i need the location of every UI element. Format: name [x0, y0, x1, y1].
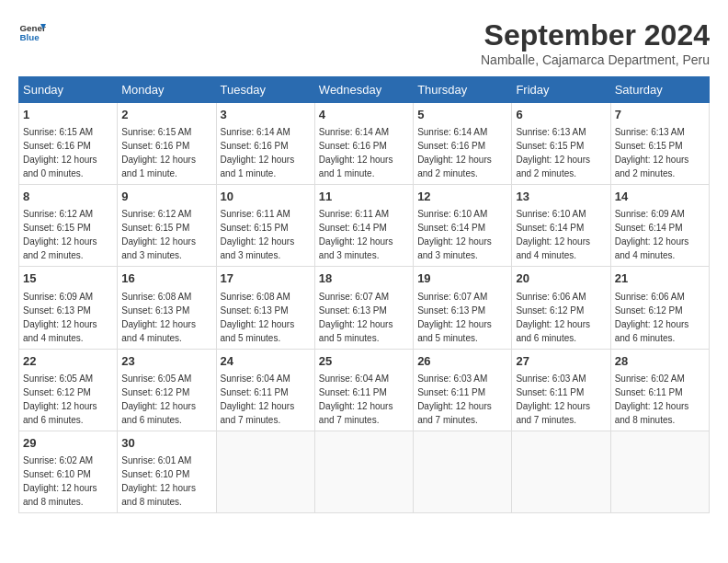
- day-number: 27: [516, 353, 606, 370]
- day-info: Sunrise: 6:15 AMSunset: 6:16 PMDaylight:…: [121, 127, 196, 178]
- day-info: Sunrise: 6:04 AMSunset: 6:11 PMDaylight:…: [221, 373, 295, 425]
- calendar-day-cell: [512, 431, 610, 512]
- day-number: 26: [417, 353, 507, 370]
- day-info: Sunrise: 6:08 AMSunset: 6:13 PMDaylight:…: [121, 292, 196, 343]
- location-subtitle: Namballe, Cajamarca Department, Peru: [481, 52, 710, 67]
- day-number: 3: [221, 107, 311, 123]
- day-number: 24: [221, 353, 311, 370]
- weekday-header-thursday: Thursday: [414, 77, 512, 103]
- day-number: 28: [615, 353, 705, 370]
- day-info: Sunrise: 6:14 AMSunset: 6:16 PMDaylight:…: [319, 127, 393, 178]
- day-info: Sunrise: 6:15 AMSunset: 6:16 PMDaylight:…: [23, 127, 97, 178]
- calendar-day-cell: 17Sunrise: 6:08 AMSunset: 6:13 PMDayligh…: [216, 267, 314, 349]
- day-number: 4: [319, 107, 409, 123]
- calendar-day-cell: 5Sunrise: 6:14 AMSunset: 6:16 PMDaylight…: [414, 103, 512, 185]
- calendar-day-cell: 8Sunrise: 6:12 AMSunset: 6:15 PMDaylight…: [19, 185, 118, 267]
- calendar-day-cell: 26Sunrise: 6:03 AMSunset: 6:11 PMDayligh…: [414, 349, 512, 431]
- day-number: 9: [121, 189, 211, 205]
- calendar-week-row: 22Sunrise: 6:05 AMSunset: 6:12 PMDayligh…: [19, 349, 710, 431]
- day-info: Sunrise: 6:06 AMSunset: 6:12 PMDaylight:…: [516, 292, 590, 343]
- weekday-header-friday: Friday: [512, 77, 610, 103]
- calendar-day-cell: 13Sunrise: 6:10 AMSunset: 6:14 PMDayligh…: [512, 185, 610, 267]
- day-number: 13: [516, 189, 606, 205]
- weekday-header-row: SundayMondayTuesdayWednesdayThursdayFrid…: [19, 77, 710, 103]
- day-number: 19: [417, 270, 507, 287]
- calendar-day-cell: 1Sunrise: 6:15 AMSunset: 6:16 PMDaylight…: [19, 103, 118, 185]
- day-number: 20: [516, 270, 606, 287]
- calendar-day-cell: 16Sunrise: 6:08 AMSunset: 6:13 PMDayligh…: [118, 267, 216, 349]
- day-number: 16: [121, 270, 211, 287]
- day-info: Sunrise: 6:10 AMSunset: 6:14 PMDaylight:…: [417, 209, 492, 260]
- day-number: 21: [615, 270, 705, 287]
- day-number: 23: [121, 353, 211, 370]
- day-number: 8: [23, 189, 113, 205]
- day-info: Sunrise: 6:10 AMSunset: 6:14 PMDaylight:…: [516, 209, 590, 260]
- day-info: Sunrise: 6:03 AMSunset: 6:11 PMDaylight:…: [417, 373, 492, 425]
- day-number: 2: [121, 107, 211, 123]
- day-info: Sunrise: 6:09 AMSunset: 6:13 PMDaylight:…: [23, 292, 97, 343]
- calendar-day-cell: [314, 431, 413, 512]
- calendar-day-cell: 18Sunrise: 6:07 AMSunset: 6:13 PMDayligh…: [314, 267, 413, 349]
- day-info: Sunrise: 6:05 AMSunset: 6:12 PMDaylight:…: [121, 373, 196, 425]
- day-info: Sunrise: 6:05 AMSunset: 6:12 PMDaylight:…: [23, 373, 97, 425]
- day-number: 15: [23, 270, 113, 287]
- calendar-day-cell: [414, 431, 512, 512]
- calendar-week-row: 15Sunrise: 6:09 AMSunset: 6:13 PMDayligh…: [19, 267, 710, 349]
- calendar-day-cell: 22Sunrise: 6:05 AMSunset: 6:12 PMDayligh…: [19, 349, 118, 431]
- day-info: Sunrise: 6:02 AMSunset: 6:11 PMDaylight:…: [615, 373, 689, 425]
- day-number: 17: [221, 270, 311, 287]
- calendar-week-row: 1Sunrise: 6:15 AMSunset: 6:16 PMDaylight…: [19, 103, 710, 185]
- day-number: 18: [319, 270, 409, 287]
- weekday-header-monday: Monday: [118, 77, 216, 103]
- calendar-day-cell: 7Sunrise: 6:13 AMSunset: 6:15 PMDaylight…: [610, 103, 709, 185]
- day-info: Sunrise: 6:12 AMSunset: 6:15 PMDaylight:…: [23, 209, 97, 260]
- day-number: 22: [23, 353, 113, 370]
- day-info: Sunrise: 6:13 AMSunset: 6:15 PMDaylight:…: [516, 127, 590, 178]
- day-info: Sunrise: 6:02 AMSunset: 6:10 PMDaylight:…: [23, 455, 97, 507]
- calendar-day-cell: 27Sunrise: 6:03 AMSunset: 6:11 PMDayligh…: [512, 349, 610, 431]
- calendar-day-cell: 20Sunrise: 6:06 AMSunset: 6:12 PMDayligh…: [512, 267, 610, 349]
- day-number: 25: [319, 353, 409, 370]
- day-number: 30: [121, 435, 211, 452]
- day-info: Sunrise: 6:09 AMSunset: 6:14 PMDaylight:…: [615, 209, 689, 260]
- calendar-header: SundayMondayTuesdayWednesdayThursdayFrid…: [19, 77, 710, 103]
- day-info: Sunrise: 6:06 AMSunset: 6:12 PMDaylight:…: [615, 292, 689, 343]
- calendar-day-cell: 3Sunrise: 6:14 AMSunset: 6:16 PMDaylight…: [216, 103, 314, 185]
- calendar-day-cell: 28Sunrise: 6:02 AMSunset: 6:11 PMDayligh…: [610, 349, 709, 431]
- calendar-day-cell: [216, 431, 314, 512]
- calendar-body: 1Sunrise: 6:15 AMSunset: 6:16 PMDaylight…: [19, 103, 710, 513]
- calendar-day-cell: 6Sunrise: 6:13 AMSunset: 6:15 PMDaylight…: [512, 103, 610, 185]
- calendar-day-cell: 29Sunrise: 6:02 AMSunset: 6:10 PMDayligh…: [19, 431, 118, 512]
- calendar-day-cell: 24Sunrise: 6:04 AMSunset: 6:11 PMDayligh…: [216, 349, 314, 431]
- calendar-day-cell: [610, 431, 709, 512]
- calendar-day-cell: 12Sunrise: 6:10 AMSunset: 6:14 PMDayligh…: [414, 185, 512, 267]
- calendar-day-cell: 2Sunrise: 6:15 AMSunset: 6:16 PMDaylight…: [118, 103, 216, 185]
- day-number: 11: [319, 189, 409, 205]
- calendar-week-row: 8Sunrise: 6:12 AMSunset: 6:15 PMDaylight…: [19, 185, 710, 267]
- calendar-day-cell: 21Sunrise: 6:06 AMSunset: 6:12 PMDayligh…: [610, 267, 709, 349]
- calendar-day-cell: 9Sunrise: 6:12 AMSunset: 6:15 PMDaylight…: [118, 185, 216, 267]
- day-info: Sunrise: 6:04 AMSunset: 6:11 PMDaylight:…: [319, 373, 393, 425]
- day-info: Sunrise: 6:08 AMSunset: 6:13 PMDaylight:…: [221, 292, 295, 343]
- day-number: 12: [417, 189, 507, 205]
- day-number: 5: [417, 107, 507, 123]
- day-info: Sunrise: 6:12 AMSunset: 6:15 PMDaylight:…: [121, 209, 196, 260]
- calendar-week-row: 29Sunrise: 6:02 AMSunset: 6:10 PMDayligh…: [19, 431, 710, 512]
- day-info: Sunrise: 6:11 AMSunset: 6:14 PMDaylight:…: [319, 209, 393, 260]
- weekday-header-saturday: Saturday: [610, 77, 709, 103]
- day-info: Sunrise: 6:01 AMSunset: 6:10 PMDaylight:…: [121, 455, 196, 507]
- calendar-day-cell: 11Sunrise: 6:11 AMSunset: 6:14 PMDayligh…: [314, 185, 413, 267]
- day-number: 7: [615, 107, 705, 123]
- calendar-day-cell: 19Sunrise: 6:07 AMSunset: 6:13 PMDayligh…: [414, 267, 512, 349]
- weekday-header-tuesday: Tuesday: [216, 77, 314, 103]
- calendar-day-cell: 15Sunrise: 6:09 AMSunset: 6:13 PMDayligh…: [19, 267, 118, 349]
- day-number: 6: [516, 107, 606, 123]
- calendar-day-cell: 10Sunrise: 6:11 AMSunset: 6:15 PMDayligh…: [216, 185, 314, 267]
- calendar-day-cell: 14Sunrise: 6:09 AMSunset: 6:14 PMDayligh…: [610, 185, 709, 267]
- calendar-day-cell: 23Sunrise: 6:05 AMSunset: 6:12 PMDayligh…: [118, 349, 216, 431]
- svg-text:Blue: Blue: [20, 32, 40, 42]
- day-number: 10: [221, 189, 311, 205]
- month-year-title: September 2024: [481, 18, 710, 52]
- day-info: Sunrise: 6:07 AMSunset: 6:13 PMDaylight:…: [319, 292, 393, 343]
- logo: General Blue: [18, 18, 46, 46]
